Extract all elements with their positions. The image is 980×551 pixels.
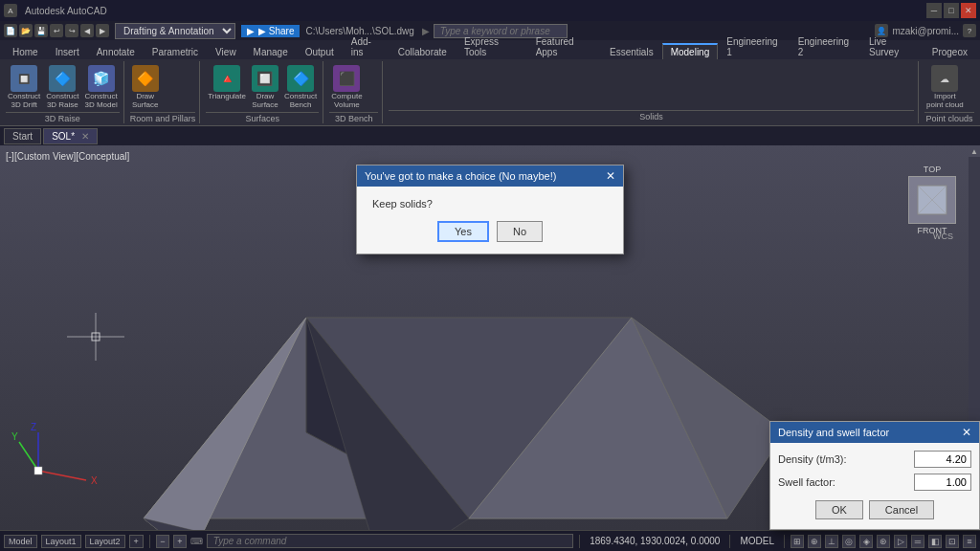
layout2-button[interactable]: Layout2: [85, 535, 125, 548]
select-icon[interactable]: ⊡: [946, 535, 959, 548]
add-layout-button[interactable]: +: [129, 535, 144, 548]
triangulate-icon: 🔺: [213, 65, 240, 92]
density-panel-body: Density (t/m3): Swell factor: OK Cancel: [770, 443, 979, 529]
compute-volume-button[interactable]: ⬛ ComputeVolume: [329, 63, 364, 112]
tab-engineering-2[interactable]: Engineering 2: [790, 33, 860, 59]
triangulate-button[interactable]: 🔺 Triangulate: [206, 63, 248, 103]
panel-tools: 🔲 Construct3D Drift 🔷 Construct3D Raise …: [6, 63, 120, 112]
minus-icon[interactable]: −: [156, 535, 169, 548]
tab-output[interactable]: Output: [297, 44, 343, 59]
density-panel-close-button[interactable]: ✕: [962, 426, 971, 439]
divider-1: [149, 535, 150, 548]
density-input[interactable]: [914, 451, 971, 468]
density-ok-button[interactable]: OK: [815, 500, 863, 519]
restore-button[interactable]: □: [944, 3, 959, 18]
ribbon-tabs: Home Insert Annotate Parametric View Man…: [0, 40, 980, 59]
import-point-cloud-icon: ☁: [931, 65, 958, 92]
construct-3d-drift-button[interactable]: 🔲 Construct3D Drift: [6, 63, 42, 112]
tab-engineering-1[interactable]: Engineering 1: [718, 33, 789, 59]
draw-surface-button-2[interactable]: 🔲 DrawSurface: [250, 63, 280, 112]
import-point-cloud-button[interactable]: ☁ Importpoint cloud: [924, 63, 966, 112]
back-icon[interactable]: ◀: [80, 24, 94, 37]
settings-icon[interactable]: ≡: [963, 535, 976, 548]
tab-parametric[interactable]: Parametric: [144, 44, 207, 59]
density-panel-title-bar: Density and swell factor ✕: [770, 422, 979, 443]
construct-3d-raise-button[interactable]: 🔷 Construct3D Raise: [44, 63, 80, 112]
doc-tab-start[interactable]: Start: [4, 128, 41, 144]
new-icon[interactable]: 📄: [4, 24, 17, 37]
model-tab-button[interactable]: Model: [4, 535, 37, 548]
doc-tab-close-icon[interactable]: ✕: [81, 131, 89, 142]
construct-bench-button[interactable]: 🔷 ConstructBench: [282, 63, 319, 112]
tab-addins[interactable]: Add-ins: [343, 33, 390, 59]
wcs-label: WCS: [933, 231, 953, 241]
swell-input[interactable]: [914, 474, 971, 491]
keep-solids-no-button[interactable]: No: [497, 221, 543, 242]
save-icon[interactable]: 💾: [34, 24, 48, 37]
keep-solids-yes-button[interactable]: Yes: [437, 221, 489, 242]
open-icon[interactable]: 📂: [19, 24, 33, 37]
lineweight-icon[interactable]: ═: [911, 535, 924, 548]
polar-icon[interactable]: ◎: [842, 535, 856, 548]
scroll-up-button[interactable]: ▲: [969, 145, 980, 157]
tab-modeling[interactable]: Modeling: [662, 43, 719, 59]
view-cube[interactable]: TOP FRONT: [908, 165, 956, 235]
forward-icon[interactable]: ▶: [96, 24, 109, 37]
close-button[interactable]: ✕: [961, 3, 976, 18]
redo-icon[interactable]: ↪: [65, 24, 78, 37]
swell-row: Swell factor:: [778, 474, 971, 491]
panel-room-pillars: 🔶 DrawSurface Room and Pillars: [126, 61, 201, 123]
panel-tools-4: ⬛ ComputeVolume: [329, 63, 378, 112]
otrack-icon[interactable]: ▷: [894, 535, 907, 548]
transparency-icon[interactable]: ◧: [928, 535, 942, 548]
divider-2: [579, 535, 580, 548]
panel-3d-raise: 🔲 Construct3D Drift 🔷 Construct3D Raise …: [2, 61, 124, 123]
keep-solids-title-bar: You've got to make a choice (No maybe!) …: [357, 165, 623, 187]
tab-essentials[interactable]: Essentials: [601, 44, 662, 59]
layout1-button[interactable]: Layout1: [41, 535, 81, 548]
tab-collaborate[interactable]: Collaborate: [390, 44, 456, 59]
grid-icon[interactable]: ⊞: [791, 535, 804, 548]
panel-tools-3: 🔺 Triangulate 🔲 DrawSurface 🔷 ConstructB…: [206, 63, 319, 112]
snap-icon[interactable]: ⊕: [808, 535, 821, 548]
3dosnap-icon[interactable]: ⊛: [877, 535, 890, 548]
tab-express-tools[interactable]: Express Tools: [456, 33, 527, 59]
osnap-icon[interactable]: ◈: [859, 535, 873, 548]
tab-manage[interactable]: Manage: [245, 44, 297, 59]
ortho-icon[interactable]: ⊥: [825, 535, 838, 548]
command-icon: ⌨: [190, 537, 203, 546]
density-panel-title: Density and swell factor: [778, 427, 889, 438]
tab-annotate[interactable]: Annotate: [88, 44, 144, 59]
keep-solids-body: Keep solids? Yes No: [357, 187, 623, 253]
doc-tabs: Start SOL* ✕: [0, 126, 980, 145]
density-cancel-button[interactable]: Cancel: [869, 500, 934, 519]
draw-surface-icon: 🔶: [132, 65, 159, 92]
tab-progeox[interactable]: Progeox: [924, 44, 976, 59]
share-button[interactable]: ▶ ▶ Share: [241, 25, 300, 37]
undo-icon[interactable]: ↩: [50, 24, 63, 37]
help-icon[interactable]: ?: [963, 24, 976, 37]
keep-solids-close-button[interactable]: ✕: [606, 169, 615, 183]
panel-surfaces-label: Surfaces: [206, 112, 319, 123]
plus-icon[interactable]: +: [173, 535, 187, 548]
draw-surface-button[interactable]: 🔶 DrawSurface: [130, 63, 161, 112]
tab-featured-apps[interactable]: Featured Apps: [527, 33, 601, 59]
tab-view[interactable]: View: [207, 44, 245, 59]
view-cube-face[interactable]: [908, 176, 956, 224]
tab-insert[interactable]: Insert: [47, 44, 88, 59]
construct-3d-model-button[interactable]: 🧊 Construct3D Model: [82, 63, 119, 112]
tab-live-survey[interactable]: Live Survey: [860, 33, 924, 59]
workspace-selector[interactable]: Drafting & Annotation: [115, 23, 235, 39]
svg-text:Y: Y: [11, 431, 18, 442]
doc-tab-sol[interactable]: SOL* ✕: [43, 128, 98, 144]
draw-surface-icon-2: 🔲: [252, 65, 278, 92]
command-input[interactable]: [207, 534, 573, 548]
panel-solids-label: Solids: [389, 110, 914, 121]
panel-tools-5: [389, 63, 914, 110]
title-bar: A Autodesk AutoCAD ─ □ ✕: [0, 0, 980, 21]
divider-3: [729, 535, 730, 548]
status-bar: Model Layout1 Layout2 + − + ⌨ 1869.4340,…: [0, 530, 980, 551]
tab-home[interactable]: Home: [4, 44, 47, 59]
minimize-button[interactable]: ─: [926, 3, 942, 18]
density-row: Density (t/m3):: [778, 451, 971, 468]
